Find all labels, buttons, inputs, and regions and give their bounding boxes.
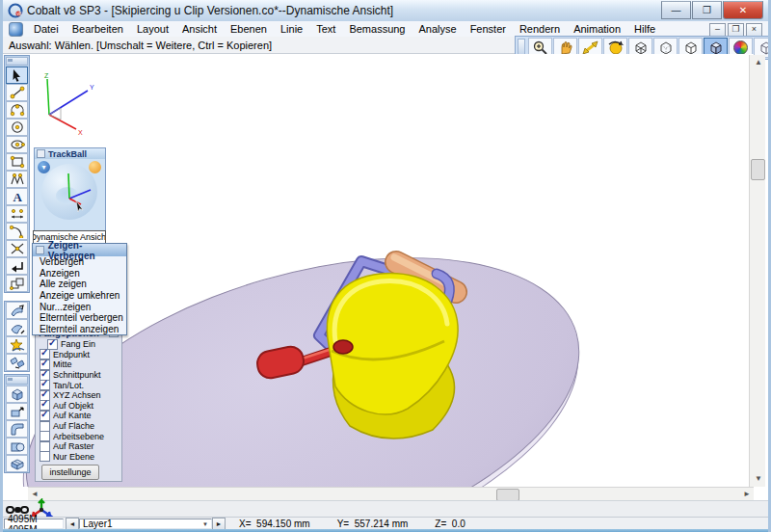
net-surface-tool[interactable] (6, 336, 28, 354)
shaded-cube-icon (708, 40, 724, 55)
text-tool[interactable]: A (6, 188, 28, 205)
menu-item-elternteil-anzeigen[interactable]: Elternteil anzeigen (33, 324, 126, 335)
box-solid-tool[interactable] (6, 386, 28, 403)
show-hide-menu-title-bar[interactable]: Zeigen-Verbergen (33, 244, 126, 256)
menu-ansicht[interactable]: Ansicht (175, 22, 224, 36)
corner-zoom-tool[interactable] (6, 257, 28, 275)
line-tool[interactable] (6, 84, 28, 101)
snap-label: Endpunkt (53, 350, 90, 359)
close-button[interactable]: ✕ (723, 1, 763, 19)
scroll-down-arrow[interactable]: ▼ (755, 475, 762, 483)
mdi-restore-button[interactable]: ❐ (728, 23, 744, 37)
maximize-button[interactable]: ❐ (692, 1, 722, 19)
scroll-left-arrow[interactable]: ◄ (31, 491, 39, 498)
spline-tool[interactable] (6, 171, 28, 188)
scroll-right-arrow[interactable]: ► (743, 491, 751, 498)
menu-linie[interactable]: Linie (274, 22, 309, 36)
minimize-button[interactable]: — (661, 1, 691, 19)
extrude-solid-tool[interactable] (6, 403, 28, 420)
shell-solid-tool[interactable] (6, 455, 28, 472)
menu-item-elternteil-verbergen[interactable]: Elternteil verbergen (33, 312, 126, 324)
boolean-solid-tool[interactable] (6, 438, 28, 455)
palette-close-box[interactable] (37, 149, 45, 158)
snap-row-arbeitsebene[interactable]: Arbeitsebene (36, 431, 121, 441)
layer-dropdown[interactable]: Layer1 ▼ (79, 519, 212, 529)
window-controls: — ❐ ✕ (661, 1, 763, 19)
revolve-surface-tool[interactable] (6, 302, 28, 319)
line-tool-icon (10, 86, 25, 99)
dimension-tool[interactable] (6, 205, 28, 223)
menu-fenster[interactable]: Fenster (464, 22, 513, 36)
title-bar: v8 Cobalt v8 SP3 - [Skipiercing u Clip V… (3, 0, 768, 22)
vertical-scroll-thumb[interactable] (751, 159, 765, 180)
trackball-title-bar[interactable]: TrackBall (35, 148, 105, 159)
blend-surface-icon (10, 356, 25, 369)
menu-bemassung[interactable]: Bemassung (342, 22, 412, 36)
snap-label: Arbeitsebene (53, 432, 104, 441)
snap-row-auf-raster[interactable]: Auf Raster (36, 441, 121, 452)
sweep-surface-tool[interactable] (6, 319, 28, 336)
trim-tool[interactable] (6, 240, 28, 257)
select-tool[interactable] (6, 66, 28, 84)
checkbox[interactable] (40, 441, 50, 452)
menu-ebenen[interactable]: Ebenen (224, 22, 274, 36)
trackball-title: TrackBall (48, 149, 87, 159)
checkbox[interactable] (40, 451, 50, 462)
menu-item-nur-zeigen[interactable]: Nur...zeigen (33, 301, 126, 312)
menu-item-alle-zeigen[interactable]: Alle zeigen (33, 279, 126, 290)
cobalt-logo-icon: v8 (8, 3, 23, 18)
clip-assembly-model[interactable] (244, 227, 504, 459)
arc-tool[interactable] (6, 101, 28, 119)
ellipse-tool-icon (10, 138, 25, 151)
menu-analyse[interactable]: Analyse (412, 22, 463, 36)
menu-bearbeiten[interactable]: Bearbeiten (66, 22, 130, 36)
snap-row-auf-kante[interactable]: Auf Kante (36, 411, 121, 421)
checkbox[interactable] (40, 431, 50, 441)
document-icon[interactable] (9, 22, 23, 37)
mdi-window-controls: – ❐ × (709, 23, 762, 37)
pan-hand-icon (558, 40, 573, 55)
fillet-tool-icon (10, 225, 25, 238)
text-tool-icon: A (10, 190, 25, 203)
scroll-up-arrow[interactable]: ▲ (755, 59, 762, 66)
chevron-down-icon: ▼ (202, 521, 208, 527)
menu-item-anzeigen[interactable]: Anzeigen (33, 268, 126, 279)
menu-item-anzeige-umkehren[interactable]: Anzeige umkehren (33, 290, 126, 302)
menu-animation[interactable]: Animation (567, 22, 627, 36)
corner-disc[interactable] (583, 379, 754, 487)
mdi-close-button[interactable]: × (746, 23, 762, 37)
snap-label: Schnittpunkt (53, 370, 101, 380)
snap-label: Mitte (53, 359, 72, 369)
rectangle-tool[interactable] (6, 153, 28, 171)
transform-tool-icon (10, 277, 25, 290)
snap-row-nur-ebene[interactable]: Nur Ebene (36, 452, 121, 463)
snap-row-auf-flaeche[interactable]: Auf Fläche (36, 421, 121, 432)
vertical-scrollbar[interactable]: ▲ ▼ (749, 55, 765, 487)
palette-grip[interactable] (6, 57, 28, 66)
trackball-mode-button[interactable]: ▾ (38, 161, 50, 173)
sweep-surface-icon (10, 321, 25, 334)
checkbox[interactable] (40, 411, 50, 421)
mdi-minimize-button[interactable]: – (709, 23, 726, 37)
layer-name: Layer1 (83, 519, 113, 529)
menu-rendern[interactable]: Rendern (513, 22, 567, 36)
menu-close-box[interactable] (36, 246, 44, 254)
palette-grip[interactable] (6, 376, 28, 385)
snap-label: Nur Ebene (53, 452, 94, 462)
checkbox[interactable] (40, 421, 50, 432)
horizontal-scrollbar[interactable]: ◄ ► (28, 487, 754, 501)
blend-surface-tool[interactable] (6, 354, 28, 371)
wireframe-cube-icon (633, 40, 649, 55)
menu-text[interactable]: Text (309, 22, 342, 36)
menu-datei[interactable]: Datei (27, 22, 66, 36)
fillet-solid-icon (10, 422, 25, 436)
menu-layout[interactable]: Layout (130, 22, 175, 36)
menu-hilfe[interactable]: Hilfe (627, 22, 662, 36)
fillet-solid-tool[interactable] (6, 420, 28, 438)
ellipse-tool[interactable] (6, 136, 28, 153)
circle-tool[interactable] (6, 119, 28, 136)
checkbox[interactable] (47, 339, 58, 350)
snap-settings-button[interactable]: instellunge (41, 465, 99, 480)
fillet-tool[interactable] (6, 223, 28, 240)
transform-tool[interactable] (6, 275, 28, 292)
